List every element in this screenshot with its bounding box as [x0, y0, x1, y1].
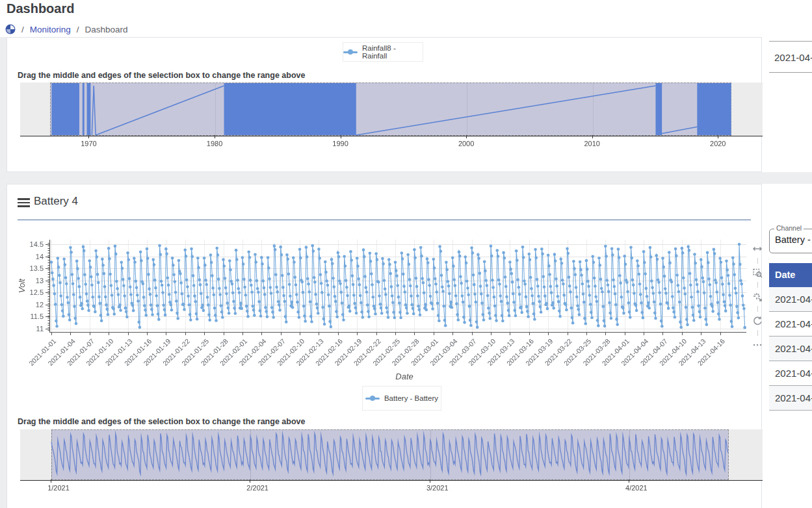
channel-select-label: Channel [774, 224, 804, 232]
battery-selector-tick-label: 4/2021 [625, 484, 648, 492]
pan-horizontal-icon[interactable] [750, 242, 765, 256]
rainfall-axis-tick-label: 1990 [332, 140, 348, 147]
x-axis-title: Date [31, 372, 778, 381]
breadcrumb: / Monitoring / Dashboard [5, 23, 128, 35]
battery-range-selector-track[interactable] [20, 429, 763, 480]
more-options-icon[interactable] [750, 338, 765, 352]
rainfall-legend-marker [343, 51, 358, 53]
rainfall-drag-hint: Drag the middle and edges of the selecti… [18, 71, 305, 80]
rainfall-axis-tick-label: 2010 [584, 140, 599, 147]
battery-selector-axis [20, 480, 763, 481]
table-row: 2021-04-1 [769, 287, 812, 312]
rainfall-panel: Rainfall8 - Rainfall Drag the middle and… [7, 37, 762, 172]
chart-toolbar [749, 240, 766, 353]
axis-tick [592, 135, 593, 138]
rainfall-side-table-row: 2021-04-1 [769, 41, 812, 73]
toolbar-separator [757, 330, 758, 336]
breadcrumb-separator: / [21, 25, 24, 34]
axis-tick [718, 135, 718, 138]
rainfall-axis-tick-label: 2020 [710, 140, 726, 147]
axis-tick [250, 479, 250, 483]
breadcrumb-current: Dashboard [85, 25, 128, 34]
date-table-header: Date [769, 263, 812, 287]
toolbar-separator [757, 282, 758, 288]
panel-divider [18, 220, 751, 220]
rainfall-selector-axis [20, 136, 763, 136]
rainfall-legend[interactable]: Rainfall8 - Rainfall [343, 42, 423, 62]
toolbar-separator [757, 258, 758, 264]
battery-panel: Battery 4 Date Battery - Battery Drag th… [7, 184, 762, 508]
axis-tick [215, 135, 215, 138]
axis-tick [88, 135, 89, 138]
box-zoom-icon[interactable] [750, 266, 765, 280]
battery-date-table: Date 2021-04-1 2021-04-1 2021-04-1 2021-… [769, 263, 812, 411]
rainfall-axis-tick-label: 1980 [207, 140, 222, 147]
app-icon[interactable] [5, 24, 16, 34]
battery-selector-tick-label: 1/2021 [47, 484, 70, 492]
table-row: 2021-04-1 [769, 361, 812, 386]
auto-zoom-icon[interactable] [750, 290, 765, 304]
rainfall-selector-canvas [20, 83, 763, 136]
reset-icon[interactable] [750, 314, 765, 328]
rainfall-range-selector-track[interactable] [20, 83, 763, 136]
axis-tick [51, 479, 51, 483]
battery-drag-hint: Drag the middle and edges of the selecti… [18, 417, 305, 426]
axis-tick [430, 479, 430, 483]
toolbar-separator [757, 306, 758, 312]
rainfall-axis-tick-label: 1970 [81, 140, 96, 147]
rainfall-axis-tick-label: 2000 [458, 140, 474, 147]
table-row: 2021-04-1 [769, 386, 812, 411]
battery-voltage-chart[interactable] [14, 235, 761, 374]
breadcrumb-link-monitoring[interactable]: Monitoring [30, 25, 71, 34]
breadcrumb-separator: / [77, 25, 79, 34]
dashboard-page: Dashboard / Monitoring / Dashboard Rainf… [0, 0, 812, 508]
battery-panel-title: Battery 4 [34, 195, 78, 208]
battery-legend-marker [365, 398, 380, 400]
battery-selector-tick-label: 2/2021 [246, 484, 268, 492]
battery-legend[interactable]: Battery - Battery [362, 386, 441, 411]
axis-tick [341, 135, 341, 138]
battery-selector-canvas [20, 429, 763, 480]
card-gap [0, 172, 812, 184]
table-row: 2021-04-1 [769, 312, 812, 337]
panel-menu-icon[interactable] [18, 198, 30, 207]
channel-select-value: Battery - [775, 235, 811, 245]
battery-legend-label: Battery - Battery [384, 394, 438, 402]
battery-selector-tick-label: 3/2021 [426, 484, 449, 492]
rainfall-legend-label: Rainfall8 - Rainfall [362, 44, 423, 60]
page-title: Dashboard [7, 1, 74, 16]
axis-tick [466, 135, 467, 138]
left-gutter [0, 37, 7, 508]
table-row: 2021-04-1 [769, 337, 812, 361]
axis-tick [629, 479, 629, 483]
